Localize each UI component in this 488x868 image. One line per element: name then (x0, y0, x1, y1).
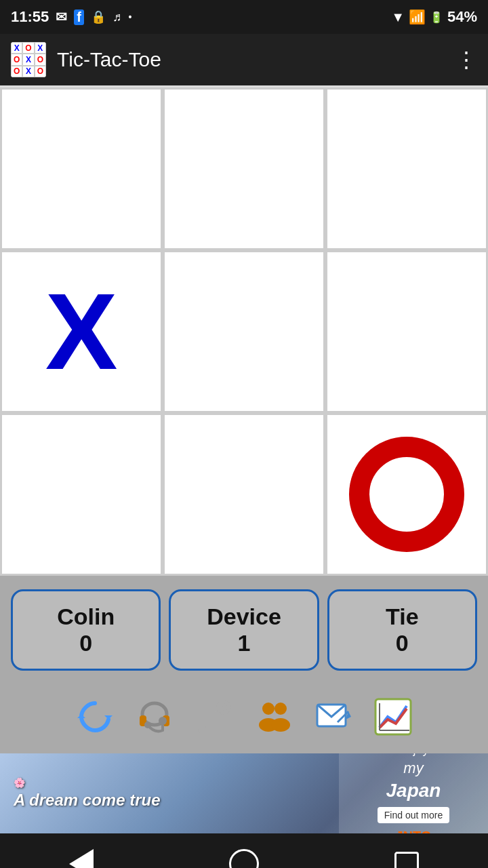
player-score-device: 1 (238, 630, 251, 656)
chart-icon[interactable] (369, 692, 418, 741)
score-card-colin: Colin 0 (11, 589, 161, 671)
settings-icon[interactable] (190, 692, 239, 741)
ad-brand: JNTO (396, 829, 432, 833)
player-name-colin: Colin (57, 604, 115, 630)
ad-banner[interactable]: 🌸 A dream come true Enjoy my Japan Find … (0, 753, 488, 833)
toolbar (0, 684, 488, 753)
ad-find-out[interactable]: Find out more (378, 807, 449, 823)
users-icon[interactable] (249, 692, 298, 741)
battery-percent: 54% (447, 8, 477, 26)
cell-1-0[interactable]: X (0, 250, 163, 413)
home-icon (229, 849, 259, 868)
notification-dot: • (128, 12, 131, 22)
cell-2-0[interactable] (0, 413, 163, 576)
status-bar: 11:55 ✉ f 🔒 ♬ • ▼ 📶 🔋 54% (0, 0, 488, 34)
game-board: X (0, 85, 488, 576)
app-icon-cell: X (22, 54, 34, 65)
app-title: Tic-Tac-Toe (57, 48, 445, 71)
svg-point-12 (271, 718, 290, 732)
o-mark (349, 437, 464, 552)
facebook-icon: f (74, 9, 84, 25)
cell-2-2[interactable] (325, 413, 488, 576)
player-score-tie: 0 (396, 630, 409, 656)
app-icon-cell: X (11, 42, 22, 54)
svg-point-9 (262, 703, 274, 715)
back-icon (69, 849, 94, 868)
svg-rect-16 (375, 699, 411, 734)
mail-icon[interactable] (309, 692, 358, 741)
menu-icon[interactable]: ⋮ (455, 47, 477, 73)
battery-icon: 🔋 (430, 11, 443, 24)
app-icon-cell: O (35, 66, 46, 77)
status-left: 11:55 ✉ f 🔒 ♬ • (11, 8, 131, 26)
app-icon-cell: O (11, 54, 22, 65)
status-time: 11:55 (11, 8, 49, 26)
recents-button[interactable] (386, 844, 427, 868)
recents-icon (394, 852, 419, 868)
nav-bar (0, 833, 488, 868)
score-card-tie: Tie 0 (327, 589, 477, 671)
cell-0-2[interactable] (325, 87, 488, 250)
player-name-device: Device (207, 604, 281, 630)
ad-my: my (403, 760, 423, 777)
cell-2-1[interactable] (163, 413, 325, 576)
x-mark: X (45, 277, 118, 386)
headset-icon[interactable] (130, 692, 179, 741)
music-icon: ♬ (113, 10, 122, 24)
status-right: ▼ 📶 🔋 54% (391, 8, 477, 26)
cell-0-1[interactable] (163, 87, 325, 250)
app-icon-cell: O (35, 54, 46, 65)
app-icon-cell: X (35, 42, 46, 54)
score-card-device: Device 1 (169, 589, 319, 671)
ad-enjoy: Enjoy (398, 753, 428, 757)
svg-point-4 (144, 722, 151, 728)
svg-line-8 (201, 728, 203, 730)
app-icon-cell: X (22, 66, 34, 77)
cell-1-2[interactable] (325, 250, 488, 413)
score-area: Colin 0 Device 1 Tie 0 (0, 576, 488, 684)
svg-point-11 (274, 703, 287, 715)
ad-slogan: A dream come true (14, 791, 161, 809)
refresh-icon[interactable] (70, 692, 119, 741)
app-icon: X O X O X O O X O (11, 42, 46, 77)
player-score-colin: 0 (79, 630, 92, 656)
ad-right: Enjoy my Japan Find out more JNTO (339, 753, 488, 833)
app-icon-cell: O (22, 42, 34, 54)
app-icon-cell: O (11, 66, 22, 77)
gmail-icon: ✉ (56, 9, 67, 25)
ad-text-area: 🌸 A dream come true (0, 769, 339, 818)
cell-1-1[interactable] (163, 250, 325, 413)
back-button[interactable] (61, 844, 102, 868)
lock-icon: 🔒 (91, 9, 106, 24)
svg-point-3 (159, 717, 167, 725)
wifi-icon: ▼ (391, 9, 405, 25)
ad-japan: Japan (386, 780, 441, 802)
cell-0-0[interactable] (0, 87, 163, 250)
svg-line-5 (203, 710, 221, 728)
signal-icon: 📶 (409, 9, 426, 25)
home-button[interactable] (224, 844, 264, 868)
app-bar: X O X O X O O X O Tic-Tac-Toe ⋮ (0, 34, 488, 85)
player-name-tie: Tie (386, 604, 419, 630)
